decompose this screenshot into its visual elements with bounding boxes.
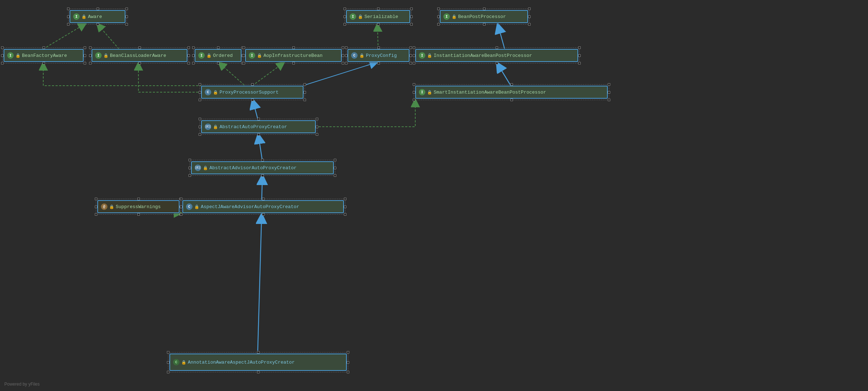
node-abstractautoproxycreator[interactable]: |C| 🔒 AbstractAutoProxyCreator — [201, 120, 316, 133]
interface-icon: I — [350, 13, 356, 20]
node-label: SuppressWarnings — [116, 204, 161, 210]
node-label: Ordered — [213, 53, 233, 58]
svg-line-0 — [43, 23, 87, 49]
node-aopinfrastructurebean[interactable]: I 🔒 AopInfrastructureBean — [245, 49, 342, 62]
node-label: Serializable — [364, 14, 398, 19]
node-instantiationawarebeanpostprocessor[interactable]: I 🔒 InstantiationAwareBeanPostProcessor — [415, 49, 578, 62]
class-icon: |C| — [205, 123, 211, 130]
svg-line-1 — [97, 23, 119, 49]
interface-icon: I — [73, 13, 80, 20]
svg-line-10 — [262, 174, 262, 200]
svg-line-4 — [303, 62, 378, 86]
interface-icon: I — [443, 13, 450, 20]
svg-line-5 — [252, 99, 258, 120]
interface-icon: I — [419, 52, 425, 59]
node-annotationawareaspectjautoproxycreator[interactable]: C 🔒 AnnotationAwareAspectJAutoProxyCreat… — [169, 354, 347, 371]
node-label: BeanClassLoaderAware — [110, 53, 166, 58]
node-proxyprocessorsupport[interactable]: C 🔒 ProxyProcessorSupport — [201, 86, 304, 99]
powered-by-label: Powered by yFiles — [4, 382, 40, 387]
interface-icon: I — [419, 89, 425, 95]
class-icon: C — [205, 89, 211, 95]
node-label: Aware — [88, 14, 102, 19]
node-beanpostprocessor[interactable]: I 🔒 BeanPostProcessor — [440, 10, 528, 23]
node-label: AbstractAutoProxyCreator — [220, 124, 287, 130]
annotation-icon: @ — [101, 203, 107, 210]
svg-line-8 — [377, 23, 378, 49]
node-label: AbstractAdvisorAutoProxyCreator — [209, 165, 297, 171]
svg-line-3 — [252, 62, 285, 86]
node-proxyconfig[interactable]: C 🔒 ProxyConfig — [347, 49, 409, 62]
node-smartinstantiationawarebeanpostprocessor[interactable]: I 🔒 SmartInstantiationAwareBeanPostProce… — [415, 86, 608, 99]
svg-line-9 — [258, 133, 262, 161]
node-aware[interactable]: I 🔒 Aware — [70, 10, 125, 23]
class-icon: C — [173, 359, 180, 365]
node-ordered[interactable]: I 🔒 Ordered — [195, 49, 242, 62]
interface-icon: I — [249, 52, 255, 59]
diagram-canvas[interactable]: I 🔒 Aware I 🔒 Serializable I 🔒 BeanPostP… — [0, 0, 868, 391]
interface-icon: I — [198, 52, 205, 59]
node-label: ProxyProcessorSupport — [220, 90, 279, 95]
node-label: BeanPostProcessor — [458, 14, 506, 19]
node-label: AnnotationAwareAspectJAutoProxyCreator — [188, 360, 294, 365]
node-label: SmartInstantiationAwareBeanPostProcessor — [434, 90, 546, 95]
node-label: AspectJAwareAdvisorAutoProxyCreator — [201, 204, 299, 210]
node-abstractadvisorautoproxycreator[interactable]: |C| 🔒 AbstractAdvisorAutoProxyCreator — [191, 161, 334, 174]
node-beanclassloaderaware[interactable]: I 🔒 BeanClassLoaderAware — [92, 49, 187, 62]
node-suppresswarnings[interactable]: @ 🔒 SuppressWarnings — [97, 200, 180, 213]
node-serializable[interactable]: I 🔒 Serializable — [346, 10, 410, 23]
node-beanfactoryaware[interactable]: I 🔒 BeanFactoryAware — [4, 49, 84, 62]
svg-line-11 — [258, 213, 262, 351]
node-aspectjawareadvisorautoproxycreator[interactable]: C 🔒 AspectJAwareAdvisorAutoProxyCreator — [182, 200, 344, 213]
class-icon: C — [351, 52, 358, 59]
class-icon: C — [186, 203, 192, 210]
class-icon: |C| — [195, 165, 201, 171]
svg-line-7 — [497, 23, 505, 49]
node-label: AopInfrastructureBean — [264, 53, 323, 58]
interface-icon: I — [95, 52, 102, 59]
interface-icon: I — [7, 52, 14, 59]
svg-line-6 — [496, 62, 511, 86]
node-label: BeanFactoryAware — [22, 53, 67, 58]
node-label: ProxyConfig — [366, 53, 397, 58]
node-label: InstantiationAwareBeanPostProcessor — [434, 53, 532, 58]
